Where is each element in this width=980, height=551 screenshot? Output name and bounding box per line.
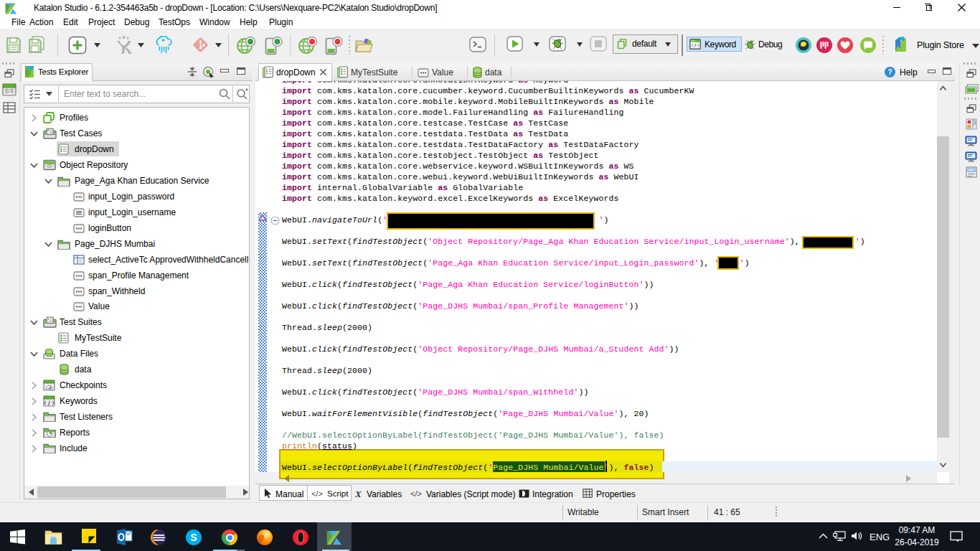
svg-text:?: ? [887,68,892,76]
svg-text:LOG: LOG [969,169,974,172]
svg-text:S: S [190,532,197,543]
